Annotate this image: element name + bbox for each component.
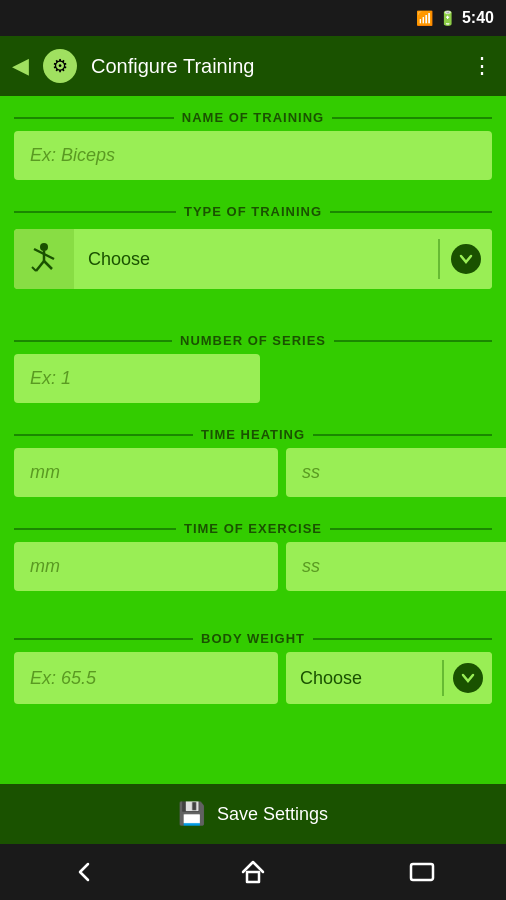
section-line-left4 <box>14 434 193 436</box>
down-arrow-icon <box>451 244 481 274</box>
body-weight-dropdown[interactable]: Choose <box>286 652 492 704</box>
time-heating-row <box>14 448 492 497</box>
exercise-section-label: TIME OF EXERCISE <box>184 521 322 536</box>
section-line-right6 <box>313 638 492 640</box>
signal-icon: 📶 <box>416 10 433 26</box>
exercise-section-header: TIME OF EXERCISE <box>0 507 506 542</box>
time-exercise-mm-input[interactable] <box>14 542 278 591</box>
series-section-label: NUMBER OF SERIES <box>180 333 326 348</box>
toolbar-menu-icon[interactable]: ⋮ <box>471 53 494 79</box>
type-dropdown-arrow-button[interactable] <box>440 229 492 289</box>
body-weight-dropdown-arrow-button[interactable] <box>444 652 492 704</box>
body-weight-dropdown-text: Choose <box>286 668 442 689</box>
body-weight-row: Choose <box>14 652 492 704</box>
time-exercise-row <box>14 542 492 591</box>
time-heating-mm-input[interactable] <box>14 448 278 497</box>
section-line-left6 <box>14 638 193 640</box>
toolbar-title: Configure Training <box>91 55 457 78</box>
toolbar: ◀ ⚙ Configure Training ⋮ <box>0 36 506 96</box>
status-time: 5:40 <box>462 9 494 27</box>
svg-rect-8 <box>411 864 433 880</box>
svg-point-0 <box>40 243 48 251</box>
battery-icon: 🔋 <box>439 10 456 26</box>
section-line-right4 <box>313 434 492 436</box>
nav-recent-button[interactable] <box>392 852 452 892</box>
status-bar: 📶 🔋 5:40 <box>0 0 506 36</box>
save-settings-bar[interactable]: 💾 Save Settings <box>0 784 506 844</box>
bw-down-arrow-icon <box>453 663 483 693</box>
name-section-header: NAME OF TRAINING <box>0 96 506 131</box>
nav-home-button[interactable] <box>223 852 283 892</box>
section-line-left2 <box>14 211 176 213</box>
yoga-icon-box <box>14 229 74 289</box>
save-icon: 💾 <box>178 801 205 827</box>
main-content: NAME OF TRAINING TYPE OF TRAINING <box>0 96 506 844</box>
section-line-left5 <box>14 528 176 530</box>
name-section-label: NAME OF TRAINING <box>182 110 324 125</box>
save-settings-label: Save Settings <box>217 804 328 825</box>
type-section-header: TYPE OF TRAINING <box>0 190 506 225</box>
nav-recent-icon <box>408 861 436 883</box>
toolbar-gear-icon: ⚙ <box>43 49 77 83</box>
section-line-right3 <box>334 340 492 342</box>
svg-line-5 <box>44 261 52 269</box>
svg-line-6 <box>32 267 36 271</box>
svg-line-3 <box>44 254 54 259</box>
nav-home-icon <box>239 858 267 886</box>
nav-bar <box>0 844 506 900</box>
section-line-left <box>14 117 174 119</box>
series-section-header: NUMBER OF SERIES <box>0 319 506 354</box>
time-heating-ss-input[interactable] <box>286 448 506 497</box>
time-exercise-ss-input[interactable] <box>286 542 506 591</box>
bodyweight-section-label: BODY WEIGHT <box>201 631 305 646</box>
bodyweight-section-header: BODY WEIGHT <box>0 617 506 652</box>
svg-rect-7 <box>247 872 259 882</box>
chevron-down-icon <box>458 251 474 267</box>
heating-section-header: TIME HEATING <box>0 413 506 448</box>
nav-back-button[interactable] <box>54 852 114 892</box>
yoga-figure-icon <box>26 241 62 277</box>
number-of-series-input[interactable] <box>14 354 260 403</box>
status-icons: 📶 🔋 5:40 <box>416 9 494 27</box>
svg-line-4 <box>36 261 44 271</box>
section-line-right <box>332 117 492 119</box>
gear-icon: ⚙ <box>52 55 68 77</box>
section-line-right2 <box>330 211 492 213</box>
bw-chevron-down-icon <box>460 670 476 686</box>
section-line-right5 <box>330 528 492 530</box>
heating-section-label: TIME HEATING <box>201 427 305 442</box>
type-of-training-dropdown[interactable]: Choose <box>14 229 492 289</box>
training-name-input[interactable] <box>14 131 492 180</box>
toolbar-back-icon[interactable]: ◀ <box>12 53 29 79</box>
type-dropdown-text: Choose <box>74 249 438 270</box>
nav-back-icon <box>70 858 98 886</box>
section-line-left3 <box>14 340 172 342</box>
body-weight-input[interactable] <box>14 652 278 704</box>
type-section-label: TYPE OF TRAINING <box>184 204 322 219</box>
